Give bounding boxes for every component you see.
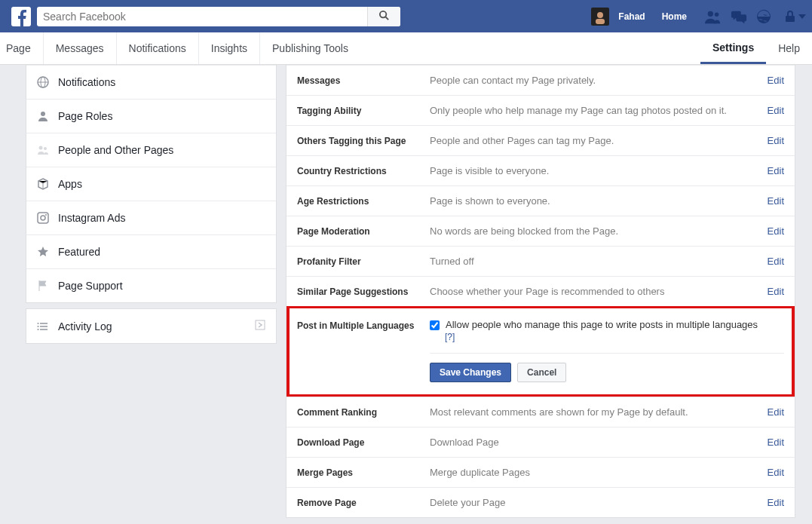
svg-point-11 xyxy=(44,147,47,150)
sidebar-item-people[interactable]: People and Other Pages xyxy=(26,133,276,167)
edit-link[interactable]: Edit xyxy=(768,195,784,207)
edit-link[interactable]: Edit xyxy=(768,467,784,478)
settings-row-label: Download Page xyxy=(297,437,430,448)
settings-row-label: Similar Page Suggestions xyxy=(297,287,430,297)
svg-rect-5 xyxy=(786,16,795,22)
sidebar: Notifications Page Roles People and Othe… xyxy=(26,65,277,344)
svg-point-13 xyxy=(41,216,45,220)
edit-link[interactable]: Edit xyxy=(768,406,784,418)
settings-row: Similar Page SuggestionsChoose whether y… xyxy=(286,276,795,306)
privacy-menu[interactable] xyxy=(785,11,806,23)
avatar[interactable] xyxy=(591,8,609,26)
profile-link[interactable]: Fahad xyxy=(614,11,649,22)
page-nav: Page Messages Notifications Insights Pub… xyxy=(0,32,812,65)
top-icons xyxy=(705,9,771,24)
enter-arrow-icon xyxy=(255,320,265,332)
sidebar-item-label: Instagram Ads xyxy=(58,212,126,224)
edit-link[interactable]: Edit xyxy=(768,497,784,508)
settings-row-value: Merge duplicate Pages xyxy=(430,467,768,478)
settings-row: Download PageDownload PageEdit xyxy=(286,427,795,457)
svg-line-1 xyxy=(385,17,388,20)
search-icon xyxy=(378,10,390,23)
svg-point-19 xyxy=(38,326,39,327)
settings-row: Profanity FilterTurned offEdit xyxy=(286,246,795,276)
home-link[interactable]: Home xyxy=(654,11,694,22)
search-container xyxy=(37,7,400,26)
facebook-logo[interactable] xyxy=(11,7,31,26)
friend-requests-icon[interactable] xyxy=(705,9,722,24)
edit-link[interactable]: Edit xyxy=(768,75,784,86)
sidebar-item-featured[interactable]: Featured xyxy=(26,234,276,268)
settings-row-value: Choose whether your Page is recommended … xyxy=(430,286,768,297)
sidebar-item-label: Page Roles xyxy=(58,110,112,122)
sidebar-item-label: Page Support xyxy=(58,280,123,292)
settings-row-label: Others Tagging this Page xyxy=(297,136,430,146)
nav-settings[interactable]: Settings xyxy=(700,32,766,64)
notifications-icon[interactable] xyxy=(756,9,771,24)
settings-rows-after: Comment RankingMost relevant comments ar… xyxy=(286,397,795,517)
nav-messages[interactable]: Messages xyxy=(44,32,117,64)
nav-publishing[interactable]: Publishing Tools xyxy=(260,32,360,64)
flag-icon xyxy=(37,280,49,292)
nav-notifications[interactable]: Notifications xyxy=(117,32,199,64)
settings-rows-before: MessagesPeople can contact my Page priva… xyxy=(286,65,795,306)
sidebar-item-instagram[interactable]: Instagram Ads xyxy=(26,201,276,234)
settings-row-label: Merge Pages xyxy=(297,467,430,478)
button-row: Save Changes Cancel xyxy=(430,363,784,382)
edit-link[interactable]: Edit xyxy=(768,225,784,237)
instagram-icon xyxy=(37,212,49,224)
edit-link[interactable]: Edit xyxy=(768,165,784,176)
nav-help[interactable]: Help xyxy=(766,32,812,64)
sidebar-item-page-roles[interactable]: Page Roles xyxy=(26,99,276,133)
chevron-down-icon xyxy=(798,14,806,19)
svg-rect-12 xyxy=(38,213,48,223)
svg-point-20 xyxy=(38,329,39,330)
edit-link[interactable]: Edit xyxy=(768,286,784,297)
settings-row-label: Country Restrictions xyxy=(297,166,430,176)
checkbox-label: Allow people who manage this page to wri… xyxy=(446,319,758,330)
messages-icon[interactable] xyxy=(731,9,747,24)
cancel-button[interactable]: Cancel xyxy=(517,363,566,382)
sidebar-item-support[interactable]: Page Support xyxy=(26,268,276,302)
svg-point-2 xyxy=(708,11,713,16)
list-icon xyxy=(37,320,49,332)
settings-row: Merge PagesMerge duplicate PagesEdit xyxy=(286,457,795,487)
svg-point-3 xyxy=(715,12,719,17)
settings-row-label: Post in Multiple Languages xyxy=(297,319,430,382)
edit-link[interactable]: Edit xyxy=(768,437,784,448)
sidebar-item-label: People and Other Pages xyxy=(58,144,173,156)
settings-row-value: Turned off xyxy=(430,256,768,267)
svg-point-9 xyxy=(41,112,45,116)
topbar-right: Fahad Home xyxy=(591,8,806,26)
help-link[interactable]: [?] xyxy=(445,332,784,342)
search-button[interactable] xyxy=(367,7,400,26)
sidebar-item-label: Notifications xyxy=(58,76,115,88)
edit-link[interactable]: Edit xyxy=(768,105,784,116)
sidebar-activity-log[interactable]: Activity Log xyxy=(26,308,277,344)
svg-point-0 xyxy=(380,11,386,17)
settings-row-value: Delete your Page xyxy=(430,497,768,508)
sidebar-item-label: Featured xyxy=(58,246,100,258)
sidebar-item-notifications[interactable]: Notifications xyxy=(26,65,276,99)
star-icon xyxy=(37,246,49,258)
settings-row-value: People and other Pages can tag my Page. xyxy=(430,135,768,146)
box-icon xyxy=(37,178,49,190)
divider xyxy=(430,353,784,354)
sidebar-item-apps[interactable]: Apps xyxy=(26,167,276,201)
settings-row: Comment RankingMost relevant comments ar… xyxy=(286,397,795,427)
settings-row-value: Page is visible to everyone. xyxy=(430,165,768,176)
svg-rect-21 xyxy=(256,320,265,329)
settings-row-label: Remove Page xyxy=(297,498,430,508)
settings-row-value: People can contact my Page privately. xyxy=(430,75,768,86)
settings-row-label: Page Moderation xyxy=(297,226,430,237)
allow-multilang-checkbox[interactable] xyxy=(430,320,440,330)
settings-row: Country RestrictionsPage is visible to e… xyxy=(286,155,795,185)
nav-page[interactable]: Page xyxy=(0,32,44,64)
search-input[interactable] xyxy=(37,11,367,23)
edit-link[interactable]: Edit xyxy=(768,135,784,146)
settings-row: Tagging AbilityOnly people who help mana… xyxy=(286,95,795,125)
nav-insights[interactable]: Insights xyxy=(199,32,260,64)
settings-row-value: No words are being blocked from the Page… xyxy=(430,225,768,237)
save-button[interactable]: Save Changes xyxy=(430,363,511,382)
edit-link[interactable]: Edit xyxy=(768,256,784,267)
